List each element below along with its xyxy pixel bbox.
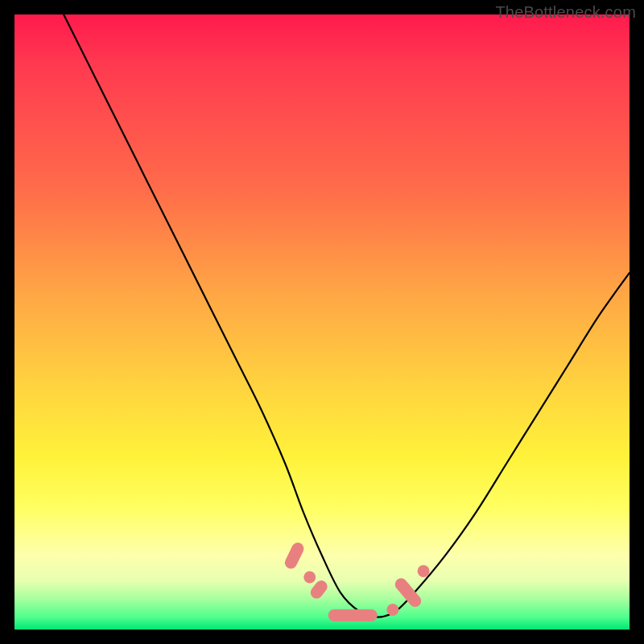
curve-svg [14, 14, 630, 630]
marker-pill [328, 609, 378, 621]
marker-dot [386, 604, 398, 616]
bottleneck-curve [64, 14, 630, 617]
marker-pill [393, 576, 424, 609]
outer-frame: TheBottleneck.com [0, 0, 644, 644]
marker-pill [283, 541, 306, 571]
marker-dot [303, 572, 316, 584]
marker-dot [418, 565, 430, 577]
watermark-text: TheBottleneck.com [495, 3, 636, 22]
plot-area [14, 14, 630, 630]
